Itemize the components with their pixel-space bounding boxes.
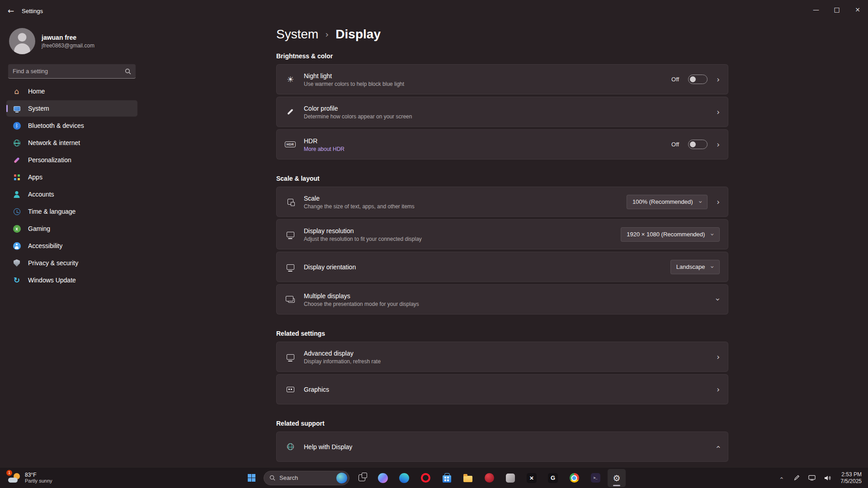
graphics-icon	[284, 387, 297, 392]
sidebar-item-bluetooth-devices[interactable]: ᛒ Bluetooth & devices	[6, 117, 137, 134]
gray-app-icon	[506, 474, 515, 483]
hdr-icon: HDR	[284, 141, 297, 147]
volume-icon[interactable]	[822, 471, 832, 485]
opera-button[interactable]	[416, 469, 434, 487]
sidebar-item-label: Privacy & security	[28, 259, 78, 267]
maximize-button[interactable]: □	[826, 0, 847, 19]
setting-card-scale[interactable]: Scale Change the size of text, apps, and…	[276, 187, 728, 217]
accessibility-icon	[12, 241, 21, 250]
x-app-icon: ×	[527, 473, 537, 483]
search-icon	[269, 475, 275, 481]
display-orientation-icon	[284, 264, 297, 270]
sidebar-item-home[interactable]: ⌂ Home	[6, 83, 137, 99]
sidebar-nav: ⌂ Home System ᛒ Bluetooth & devices Netw…	[0, 83, 144, 288]
sidebar-item-privacy-security[interactable]: Privacy & security	[6, 255, 137, 271]
brush-icon	[12, 155, 21, 164]
sidebar-item-apps[interactable]: Apps	[6, 169, 137, 185]
setting-card-hdr[interactable]: HDR HDR More about HDR Off ›	[276, 129, 728, 160]
red-app-button[interactable]	[480, 469, 498, 487]
close-button[interactable]: ×	[847, 0, 868, 19]
back-button[interactable]: ←	[0, 0, 22, 22]
sidebar-item-label: Personalization	[28, 156, 71, 164]
hidden-icons-chevron[interactable]: ›	[774, 473, 788, 483]
card-subtitle: Change the size of text, apps, and other…	[304, 203, 627, 210]
chevron-down-icon: ›	[709, 266, 716, 268]
card-subtitle: Determine how colors appear on your scre…	[304, 113, 717, 120]
settings-app-button[interactable]: ⚙	[608, 469, 626, 487]
advanced-display-icon	[284, 354, 297, 360]
titlebar: ← Settings — □ ×	[0, 0, 868, 22]
setting-card-help-with-display[interactable]: Help with Display ›	[276, 432, 728, 462]
card-title: Advanced display	[304, 349, 717, 357]
store-icon	[443, 475, 451, 483]
avatar	[9, 28, 35, 54]
setting-card-night-light[interactable]: ☀ Night light Use warmer colors to help …	[276, 64, 728, 94]
settings-search[interactable]	[8, 64, 136, 79]
task-view-button[interactable]	[353, 469, 371, 487]
bluetooth-icon: ᛒ	[12, 121, 21, 130]
setting-card-multiple-displays[interactable]: Multiple displays Choose the presentatio…	[276, 284, 728, 314]
start-button[interactable]	[242, 469, 260, 487]
resolution-dropdown[interactable]: 868 × 488 (Recommended) ›	[621, 227, 720, 242]
color-profile-icon	[284, 108, 297, 115]
taskbar-search[interactable]: Search	[264, 471, 349, 485]
sidebar-item-label: Windows Update	[28, 277, 76, 284]
sidebar-item-gaming[interactable]: x Gaming	[6, 221, 137, 237]
system-tray: › 2:53 PM 7/5/2025	[776, 468, 864, 488]
x-app-button[interactable]: ×	[523, 469, 541, 487]
copilot-button[interactable]	[374, 469, 392, 487]
pen-icon[interactable]	[792, 471, 802, 485]
chevron-right-icon: ›	[717, 385, 720, 394]
night-light-toggle[interactable]	[688, 75, 708, 84]
minimize-button[interactable]: —	[806, 0, 826, 19]
g-app-icon: G	[548, 473, 558, 483]
sidebar-item-windows-update[interactable]: ↻ Windows Update	[6, 272, 137, 288]
user-profile[interactable]: jawuan free jfree0863@gmail.com	[0, 22, 144, 59]
setting-card-color-profile[interactable]: Color profile Determine how colors appea…	[276, 97, 728, 127]
hdr-toggle[interactable]	[688, 140, 708, 149]
cast-icon[interactable]	[807, 471, 817, 485]
sidebar-item-accessibility[interactable]: Accessibility	[6, 238, 137, 254]
weather-condition: Partly sunny	[25, 478, 52, 484]
setting-card-advanced-display[interactable]: Advanced display Display information, re…	[276, 342, 728, 372]
sidebar-item-system[interactable]: System	[6, 100, 137, 117]
more-about-hdr-link[interactable]: More about HDR	[304, 146, 671, 152]
setting-card-display-resolution[interactable]: Display resolution Adjust the resolution…	[276, 219, 728, 249]
search-highlight-icon	[336, 473, 347, 483]
gray-app-button[interactable]	[501, 469, 519, 487]
file-explorer-button[interactable]	[459, 469, 477, 487]
sidebar-item-personalization[interactable]: Personalization	[6, 152, 137, 168]
edge-button[interactable]	[395, 469, 413, 487]
weather-icon: 1	[8, 472, 21, 484]
chrome-button[interactable]	[565, 469, 583, 487]
store-button[interactable]	[438, 469, 456, 487]
chevron-right-icon: ›	[717, 140, 720, 149]
sidebar-item-network-internet[interactable]: Network & internet	[6, 135, 137, 151]
card-title: Display orientation	[304, 263, 670, 271]
sidebar-item-time-language[interactable]: Time & language	[6, 203, 137, 220]
orientation-dropdown[interactable]: Landscape ›	[670, 260, 720, 274]
chevron-right-icon: ›	[717, 352, 720, 361]
taskbar: 1 83°F Partly sunny Search × G >_ ⚙ ›	[0, 467, 868, 488]
scale-dropdown[interactable]: 100% (Recommended) ›	[627, 195, 708, 209]
weather-widget[interactable]: 1 83°F Partly sunny	[5, 468, 56, 488]
terminal-button[interactable]: >_	[586, 469, 604, 487]
card-subtitle: Adjust the resolution to fit your connec…	[304, 236, 621, 242]
sidebar-item-accounts[interactable]: Accounts	[6, 186, 137, 202]
setting-card-display-orientation[interactable]: Display orientation Landscape ›	[276, 252, 728, 282]
terminal-icon: >_	[591, 473, 600, 483]
clock[interactable]: 2:53 PM 7/5/2025	[838, 471, 864, 485]
sidebar-item-label: Gaming	[28, 225, 50, 232]
g-app-button[interactable]: G	[544, 469, 562, 487]
search-icon	[125, 68, 131, 75]
setting-card-graphics[interactable]: Graphics ›	[276, 374, 728, 404]
sidebar-item-label: Accessibility	[28, 242, 62, 249]
search-input[interactable]	[13, 68, 125, 75]
system-icon	[12, 104, 21, 113]
taskbar-search-label: Search	[279, 474, 298, 481]
toggle-state-label: Off	[671, 76, 679, 83]
sidebar-item-label: System	[28, 105, 49, 112]
breadcrumb-parent[interactable]: System	[276, 27, 318, 42]
card-title: Night light	[304, 72, 671, 80]
gear-icon: ⚙	[613, 473, 620, 483]
